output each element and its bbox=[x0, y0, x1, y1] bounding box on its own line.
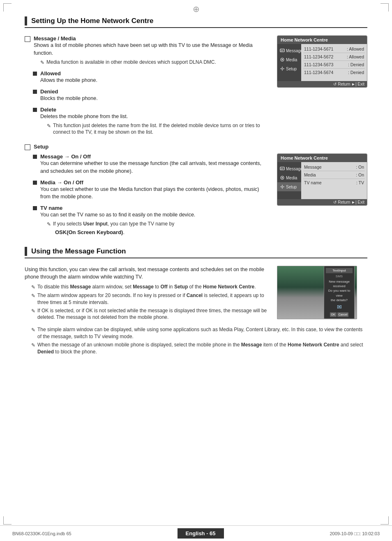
setup-left-col: Message / Media Shows a list of mobile p… bbox=[25, 35, 269, 139]
tv-panel-2-body: Message Media Setup bbox=[277, 162, 367, 199]
message-note-3-text: If OK is selected, or if OK is not selec… bbox=[37, 307, 269, 321]
tv-popup-title: TextInput bbox=[326, 268, 353, 273]
svg-point-2 bbox=[282, 59, 283, 60]
footer-right: 2009-10-09 □□: 10:02:03 bbox=[330, 531, 380, 536]
setup2-content-row: Message → On / Off You can determine whe… bbox=[25, 153, 367, 238]
message-note-5-text: When the message of an unknown mobile ph… bbox=[37, 341, 367, 355]
tv-screenshot: TextInput SMS New message receivedDo you… bbox=[277, 266, 357, 319]
tv-popup-body: New message receivedDo you want to viewt… bbox=[326, 279, 353, 302]
item-setup-title: Setup bbox=[34, 144, 48, 150]
message-note-2: ✎ The alarm window appears for 20 second… bbox=[31, 292, 269, 306]
note-icon-m3: ✎ bbox=[31, 308, 35, 315]
item-allowed: Allowed Allows the mobile phone. bbox=[33, 70, 269, 86]
item-message-media-title: Message / Media bbox=[34, 35, 269, 42]
heading-bar-2 bbox=[25, 247, 27, 256]
setup-tv-icon bbox=[280, 66, 285, 71]
message-note-4-text: The simple alarm window can be displayed… bbox=[37, 326, 367, 340]
tv2-row-0-left: Message bbox=[304, 165, 322, 169]
message-note-1: ✎ To disable this Message alarm window, … bbox=[31, 283, 269, 291]
tv2-row-0: Message : On bbox=[303, 163, 365, 171]
message-content-row: Using this function, you can view the ca… bbox=[25, 266, 367, 322]
item-tv-name-content: TV name You can set the TV name so as to… bbox=[40, 205, 195, 235]
message-note-4: ✎ The simple alarm window can be display… bbox=[31, 326, 367, 340]
tv-row-3: 111-1234-5674 : Denied bbox=[303, 69, 365, 76]
note-icon-delete: ✎ bbox=[47, 123, 51, 130]
tv-panel-2-content: Message : On Media : On TV name : TV bbox=[301, 162, 367, 199]
square-icon-media-onoff bbox=[33, 181, 37, 185]
item-delete: Delete Deletes the mobile phone from the… bbox=[33, 107, 269, 137]
item-media-on-off-content: Media → On / Off You can select whether … bbox=[40, 179, 269, 203]
tv-row-1-left: 111-1234-5672 bbox=[304, 54, 333, 59]
tv-panel-1-container: Home Network Centre Message Media bbox=[277, 35, 367, 139]
tv-sidebar-setup-label: Setup bbox=[286, 67, 297, 71]
item-message-on-off-title: Message → On / Off bbox=[40, 153, 269, 160]
tv-panel-2-sidebar: Message Media Setup bbox=[277, 162, 301, 199]
svg-rect-4 bbox=[280, 167, 284, 170]
tv-row-2: 111-1234-5673 : Denied bbox=[303, 61, 365, 69]
message-note-5: ✎ When the message of an unknown mobile … bbox=[31, 341, 367, 355]
item-delete-body: Deletes the mobile phone from the list. bbox=[40, 113, 269, 121]
tv-sidebar-message: Message bbox=[277, 46, 301, 55]
item-message-media: Message / Media Shows a list of mobile p… bbox=[25, 35, 269, 67]
svg-rect-0 bbox=[280, 49, 284, 52]
media-tv-icon bbox=[280, 57, 285, 62]
note-icon-tv1: ✎ bbox=[47, 221, 51, 228]
tv-row-0-left: 111-1234-5671 bbox=[304, 46, 333, 51]
square-icon-delete bbox=[33, 108, 37, 112]
tv-row-1: 111-1234-5672 : Allowed bbox=[303, 53, 365, 61]
item-message-on-off-body: You can determine whether to use the mes… bbox=[40, 160, 269, 175]
item-delete-title: Delete bbox=[40, 107, 269, 113]
tv-screenshot-container: TextInput SMS New message receivedDo you… bbox=[277, 266, 367, 322]
square-icon-allowed bbox=[33, 72, 37, 76]
tv-popup-subtitle: SMS bbox=[326, 274, 353, 279]
corner-mark-br bbox=[380, 516, 389, 525]
item-message-media-content: Message / Media Shows a list of mobile p… bbox=[34, 35, 269, 67]
svg-point-3 bbox=[281, 68, 283, 70]
tv-row-3-left: 111-1234-5674 bbox=[304, 70, 333, 75]
tv-sidebar2-media: Media bbox=[277, 173, 301, 182]
item-message-on-off-content: Message → On / Off You can determine whe… bbox=[40, 153, 269, 177]
tv-popup-cancel-button[interactable]: Cancel bbox=[337, 312, 349, 317]
item-setup-main: Setup bbox=[25, 144, 367, 150]
item-tv-name-note2: OSK(On Screen Keyboard). bbox=[55, 229, 195, 235]
item-denied-body: Blocks the mobile phone. bbox=[40, 95, 98, 102]
section-heading-message: Using the Message Function bbox=[25, 247, 367, 258]
corner-mark-tl bbox=[3, 3, 12, 12]
item-message-media-note: ✎ Media function is available in other m… bbox=[40, 59, 269, 66]
message-note-1-text: To disable this Message alarm window, se… bbox=[37, 283, 256, 290]
item-delete-note: ✎ This function just deletes the name fr… bbox=[47, 122, 269, 136]
item-message-on-off: Message → On / Off You can determine whe… bbox=[33, 153, 269, 177]
item-tv-name: TV name You can set the TV name so as to… bbox=[33, 205, 269, 235]
message-intro: Using this function, you can view the ca… bbox=[25, 266, 269, 281]
item-denied: Denied Blocks the mobile phone. bbox=[33, 88, 269, 104]
note-icon: ✎ bbox=[40, 59, 44, 66]
setup2-left-col: Message → On / Off You can determine whe… bbox=[25, 153, 269, 238]
tv-sidebar-media-label: Media bbox=[286, 58, 297, 62]
section-title-message: Using the Message Function bbox=[31, 247, 126, 255]
tv2-row-1: Media : On bbox=[303, 171, 365, 179]
item-message-media-note-text: Media function is available in other mob… bbox=[46, 59, 216, 66]
tv2-row-1-right: : On bbox=[356, 172, 364, 177]
section-title-setup: Setting Up the Home Network Centre bbox=[31, 17, 154, 25]
note-icon-m5: ✎ bbox=[31, 342, 35, 349]
tv-panel-1: Home Network Centre Message Media bbox=[277, 35, 367, 88]
message-left-col: Using this function, you can view the ca… bbox=[25, 266, 269, 322]
tv-panel-1-title: Home Network Centre bbox=[277, 36, 367, 44]
tv-panel-2-title: Home Network Centre bbox=[277, 154, 367, 162]
square-icon-msg-onoff bbox=[33, 155, 37, 159]
setup-content-row: Message / Media Shows a list of mobile p… bbox=[25, 35, 367, 139]
tv-sidebar-media: Media bbox=[277, 55, 301, 64]
section-heading-setup: Setting Up the Home Network Centre bbox=[25, 16, 367, 28]
message-note-3: ✎ If OK is selected, or if OK is not sel… bbox=[31, 307, 269, 321]
checkbox-icon-setup bbox=[25, 144, 30, 150]
note-icon-m1: ✎ bbox=[31, 284, 35, 291]
tv-sidebar2-setup: Setup bbox=[277, 182, 301, 191]
corner-mark-bl bbox=[3, 516, 12, 525]
footer-left: BN68-02330K-01Eng.indb 65 bbox=[12, 531, 71, 536]
tv-screenshot-popup: TextInput SMS New message receivedDo you… bbox=[324, 266, 355, 319]
item-allowed-body: Allows the mobile phone. bbox=[40, 77, 97, 84]
crosshair-top-icon: ⊕ bbox=[193, 4, 200, 14]
tv-panel-1-footer: ↺ Return ►| Exit bbox=[277, 81, 367, 87]
tv-popup-ok-button[interactable]: OK bbox=[330, 312, 337, 317]
note-icon-m2: ✎ bbox=[31, 293, 35, 300]
